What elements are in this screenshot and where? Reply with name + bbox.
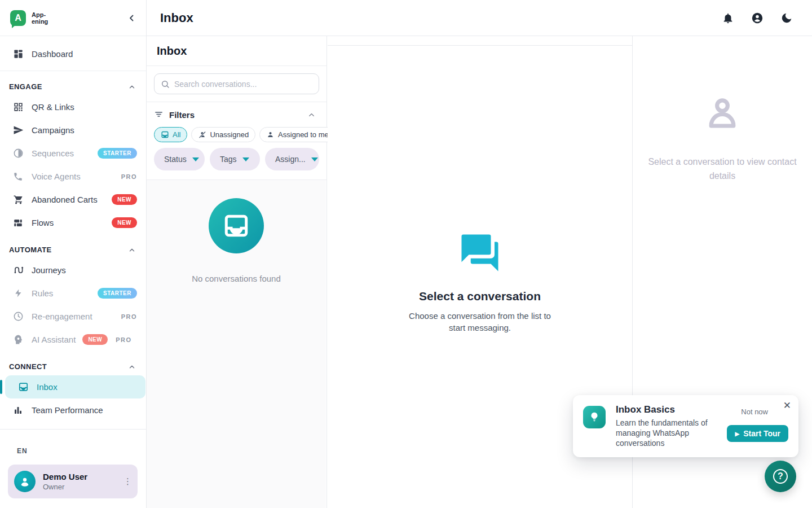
sidebar-item-dashboard[interactable]: Dashboard (0, 42, 146, 65)
sidebar-item-rules[interactable]: Rules STARTER (0, 282, 146, 305)
sidebar-item-journeys[interactable]: Journeys (0, 259, 146, 282)
section-title: ENGAGE (9, 82, 42, 91)
user-card[interactable]: Demo User Owner ⋮ (8, 465, 138, 498)
chevron-up-icon (128, 363, 136, 371)
search-row (147, 66, 326, 102)
chevron-up-icon (128, 246, 136, 254)
qr-code-icon (12, 102, 24, 113)
sidebar-item-flows[interactable]: Flows NEW (0, 211, 146, 234)
app-logo-icon: A (10, 10, 26, 26)
inbox-basics-toast: Inbox Basics Learn the fundamentals of m… (573, 395, 798, 457)
search-input[interactable] (174, 80, 312, 89)
caret-down-icon (311, 157, 318, 161)
language-selector[interactable]: EN (17, 447, 28, 455)
toast-title: Inbox Basics (616, 404, 675, 415)
caret-down-icon (242, 157, 249, 161)
sidebar-item-label: Sequences (32, 148, 74, 158)
sidebar-item-label: Campaigns (32, 125, 74, 135)
sidebar-item-ai-assistant[interactable]: AI Assistant NEW PRO (0, 328, 146, 351)
route-icon (12, 265, 24, 276)
sidebar-item-label: AI Assistant (32, 335, 76, 344)
start-tour-label: Start Tour (743, 429, 780, 438)
sidebar-item-inbox[interactable]: Inbox (5, 375, 145, 398)
empty-inbox-icon (209, 198, 264, 253)
logo-line1: App- (32, 11, 48, 18)
cart-icon (12, 194, 24, 205)
dropdown-label: Tags (220, 155, 237, 164)
person-icon (18, 475, 32, 488)
empty-list-message: No conversations found (192, 274, 281, 283)
sidebar-item-voice-agents[interactable]: Voice Agents PRO (0, 165, 146, 188)
sidebar-nav: Dashboard ENGAGE QR & Links Campaigns Se… (0, 36, 146, 429)
user-meta: Demo User Owner (43, 472, 87, 491)
filter-chip-assigned-to-me[interactable]: Assigned to me (259, 127, 336, 142)
chat-empty-state: Select a conversation Choose a conversat… (328, 231, 632, 334)
person-outline-icon (704, 95, 741, 132)
phone-icon (12, 171, 24, 182)
sidebar-item-abandoned-carts[interactable]: Abandoned Carts NEW (0, 188, 146, 211)
status-dropdown[interactable]: Status (154, 148, 205, 170)
inbox-icon (222, 212, 250, 240)
sidebar-item-activity-heatmap[interactable]: Activity Heatmap (0, 422, 146, 429)
chat-empty-title: Select a conversation (419, 290, 541, 303)
dark-mode-moon-icon[interactable] (780, 12, 793, 24)
account-icon[interactable] (751, 12, 764, 24)
help-button[interactable]: ? (765, 461, 796, 492)
inbox-icon (161, 130, 169, 139)
filter-icon (154, 110, 164, 120)
sidebar-item-label: Dashboard (32, 49, 73, 59)
ai-assistant-icon (12, 334, 24, 345)
pro-label: PRO (121, 313, 137, 320)
search-box[interactable] (154, 73, 319, 94)
sidebar-item-campaigns[interactable]: Campaigns (0, 119, 146, 142)
chip-label: Unassigned (210, 130, 249, 139)
sidebar-item-label: Team Performance (32, 405, 103, 415)
filter-chip-unassigned[interactable]: Unassigned (191, 127, 255, 142)
filters-section: Filters All Unassigned Assigned to me St… (147, 102, 326, 180)
notifications-bell-icon[interactable] (722, 12, 734, 24)
sidebar-item-label: Re-engagement (32, 312, 92, 321)
question-mark-icon: ? (773, 469, 788, 484)
lightning-icon (12, 288, 24, 299)
sidebar-item-label: Voice Agents (32, 172, 81, 181)
sidebar: A App- ening Dashboard ENGAGE QR & Links (0, 0, 147, 508)
section-header-engage[interactable]: ENGAGE (0, 71, 146, 95)
tags-dropdown[interactable]: Tags (210, 148, 260, 170)
sidebar-item-team-performance[interactable]: Team Performance (0, 398, 146, 422)
not-now-button[interactable]: Not now (741, 408, 768, 416)
logo-row: A App- ening (0, 0, 146, 36)
dropdown-label: Status (164, 155, 187, 164)
chevron-up-icon[interactable] (307, 111, 316, 119)
sidebar-item-label: Abandoned Carts (32, 195, 98, 204)
sidebar-item-label: Flows (32, 218, 54, 227)
sidebar-collapse-button[interactable] (127, 13, 137, 23)
sidebar-item-re-engagement[interactable]: Re-engagement PRO (0, 305, 146, 328)
contact-empty-message: Select a conversation to view contact de… (641, 155, 804, 183)
section-title: CONNECT (9, 362, 47, 371)
sidebar-item-qr-links[interactable]: QR & Links (0, 95, 146, 119)
topbar-icons (722, 12, 793, 24)
starter-badge: STARTER (98, 288, 137, 299)
sidebar-item-label: Rules (32, 288, 53, 298)
search-icon (161, 80, 170, 89)
dashboard-icon (12, 49, 24, 60)
section-header-automate[interactable]: AUTOMATE (0, 234, 146, 259)
clock-icon (12, 311, 24, 322)
user-menu-button[interactable]: ⋮ (123, 476, 132, 487)
chip-label: All (173, 130, 180, 139)
start-tour-button[interactable]: ▶ Start Tour (727, 425, 788, 442)
app-logo-text: App- ening (32, 11, 48, 25)
sidebar-item-label: QR & Links (32, 102, 74, 112)
assignee-dropdown[interactable]: Assign... (265, 148, 319, 170)
person-icon (266, 130, 275, 139)
filter-chip-all[interactable]: All (154, 127, 187, 142)
half-circle-icon (12, 148, 24, 159)
logo-letter: A (15, 13, 21, 23)
user-role: Owner (43, 483, 87, 491)
sidebar-item-sequences[interactable]: Sequences STARTER (0, 142, 146, 165)
new-badge: NEW (112, 194, 137, 205)
close-icon[interactable]: ✕ (783, 401, 791, 410)
filters-header[interactable]: Filters (154, 110, 319, 120)
dropdown-label: Assign... (275, 155, 306, 164)
section-header-connect[interactable]: CONNECT (0, 351, 146, 375)
